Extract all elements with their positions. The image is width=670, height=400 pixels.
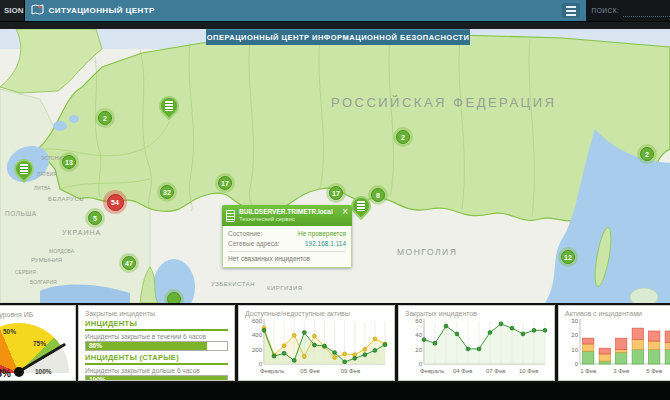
svg-text:600: 600 <box>252 318 263 324</box>
search-input[interactable] <box>623 5 670 17</box>
svg-text:05 Фев: 05 Фев <box>300 368 319 374</box>
incident-cluster-marker[interactable]: 17 <box>326 183 346 203</box>
gauge-tick-label: 50% <box>3 328 16 335</box>
server-icon <box>165 101 173 111</box>
svg-text:60: 60 <box>415 318 422 324</box>
svg-text:3 Фев: 3 Фев <box>613 368 629 374</box>
country-label: БЕЛАРУСЬ <box>48 196 84 202</box>
panel-available-assets: Доступные/недоступные активы 0200400600Ф… <box>238 305 395 381</box>
close-icon[interactable]: × <box>342 207 348 217</box>
server-icon <box>20 164 28 174</box>
incident-cluster-marker[interactable]: 2 <box>637 144 657 164</box>
asset-pin[interactable] <box>159 96 179 116</box>
state-value: Не проверяется <box>298 229 346 239</box>
svg-text:07 Фев: 07 Фев <box>486 368 505 374</box>
incident-cluster-marker[interactable]: 5 <box>85 208 105 228</box>
country-label: ЛАТВИЯ <box>37 171 57 177</box>
toolbar-strip <box>0 21 670 29</box>
country-label: КИРГИЗИЯ <box>267 285 303 291</box>
svg-text:10: 10 <box>571 347 578 353</box>
panel-security-level: Оценка уровня ИБ 50%75%100% 83% <box>0 305 76 381</box>
search-area: ПОИСК: <box>586 0 670 21</box>
svg-text:20: 20 <box>571 332 578 338</box>
country-label: УКРАИНА <box>62 229 101 236</box>
country-label: ЛИТВА <box>34 185 50 191</box>
svg-text:20: 20 <box>415 347 422 353</box>
country-label: РОССИЙСКАЯ ФЕДЕРАЦИЯ <box>331 95 556 110</box>
panel-closed-incidents-chart: Закрытых инцидентов 0204060Февраль04 Фев… <box>398 305 555 381</box>
state-label: Состояние: <box>228 229 262 239</box>
panel-assets-with-incidents: Активов с инцидентами 01020301 Фев3 Фев5… <box>558 305 670 381</box>
asset-name: BUILDSERVER.TRIMETR.local <box>239 208 333 216</box>
map[interactable]: ОПЕРАЦИОННЫЙ ЦЕНТР ИНФОРМАЦИОННОЙ БЕЗОПА… <box>0 29 670 303</box>
panel-title: Доступные/недоступные активы <box>245 310 388 317</box>
gauge-tick-label: 75% <box>33 340 46 347</box>
incident-cluster-marker[interactable] <box>164 289 184 303</box>
address-label: Сетевые адреса: <box>228 239 279 249</box>
incident-cluster-marker[interactable]: 2 <box>95 108 115 128</box>
panel-closed-incidents: Закрытые инциденты ИНЦИДЕНТЫ Инциденты з… <box>78 305 235 381</box>
address-value[interactable]: 192.168.1.114 <box>305 239 346 249</box>
situation-center-app: SION СИТУАЦИОННЫЙ ЦЕНТР ПОИСК: <box>0 0 670 400</box>
linked-incidents-text: Нет связанных инцидентов <box>228 254 346 263</box>
svg-text:Февраль: Февраль <box>260 368 284 374</box>
svg-text:0: 0 <box>259 361 263 367</box>
top-bar: SION СИТУАЦИОННЫЙ ЦЕНТР ПОИСК: <box>0 0 670 21</box>
asset-pin[interactable] <box>351 196 371 216</box>
progress-bar: 86% <box>85 341 228 351</box>
bottom-bar <box>0 383 670 400</box>
incidents-heading: ИНЦИДЕНТЫ <box>85 319 228 331</box>
country-label: МОЛДОВА <box>49 248 74 254</box>
svg-text:0: 0 <box>419 361 423 367</box>
asset-popup-header: BUILDSERVER.TRIMETR.local Технический се… <box>222 205 352 226</box>
incident-cluster-marker[interactable]: 54 <box>103 190 127 214</box>
country-label: МОНГОЛИЯ <box>397 247 457 257</box>
closed-incidents-chart: 0204060Февраль04 Фев07 Фев10 Фев <box>405 317 550 375</box>
incident-cluster-marker[interactable]: 32 <box>157 182 177 202</box>
progress-fill-1: 86% <box>86 342 207 350</box>
panel-title: Закрытые инциденты <box>85 310 228 317</box>
svg-text:0: 0 <box>575 361 579 367</box>
assets-incidents-bar-chart: 01020301 Фев3 Фев5 Фев <box>565 317 670 375</box>
svg-text:40: 40 <box>415 332 422 338</box>
server-icon <box>226 210 235 222</box>
asset-pin[interactable] <box>14 159 34 179</box>
tab-vision[interactable]: SION <box>0 0 25 21</box>
country-label: БОЛГАРИЯ <box>30 279 57 285</box>
asset-popup: BUILDSERVER.TRIMETR.local Технический се… <box>222 205 352 268</box>
incidents-old-caption: Инциденты закрытые дольше 6 часов <box>85 367 228 374</box>
panel-title: Оценка уровня ИБ <box>0 311 33 318</box>
gauge-pivot <box>14 367 24 377</box>
gauge-value: 83% <box>0 368 11 379</box>
incident-cluster-marker[interactable]: 13 <box>59 152 79 172</box>
svg-text:09 Фев: 09 Фев <box>341 368 360 374</box>
map-icon <box>31 4 44 17</box>
incident-cluster-marker[interactable]: 17 <box>215 173 235 193</box>
svg-text:1 Фев: 1 Фев <box>580 368 596 374</box>
country-label: ПОЛЬША <box>5 210 36 217</box>
ops-center-banner: ОПЕРАЦИОННЫЙ ЦЕНТР ИНФОРМАЦИОННОЙ БЕЗОПА… <box>206 29 470 45</box>
svg-text:400: 400 <box>252 332 263 338</box>
incident-cluster-marker[interactable]: 8 <box>368 185 388 205</box>
menu-icon[interactable] <box>562 3 580 18</box>
svg-text:5 Фев: 5 Фев <box>646 368 662 374</box>
panel-title: Закрытых инцидентов <box>405 310 548 317</box>
server-icon <box>357 201 365 211</box>
progress-bar: 100% <box>85 375 228 381</box>
incidents-old-heading: ИНЦИДЕНТЫ (СТАРЫЕ) <box>85 353 228 365</box>
svg-text:10 Фев: 10 Фев <box>519 368 538 374</box>
incident-cluster-marker[interactable]: 47 <box>119 253 139 273</box>
gauge-tick-label: 100% <box>35 368 52 375</box>
panel-title: Активов с инцидентами <box>565 310 670 317</box>
progress-fill-2: 100% <box>86 376 227 381</box>
country-label: РУМЫНИЯ <box>31 257 62 263</box>
svg-text:04 Фев: 04 Фев <box>453 368 472 374</box>
incident-cluster-marker[interactable]: 12 <box>558 247 578 267</box>
svg-text:200: 200 <box>252 347 263 353</box>
asset-type: Технический сервис <box>239 216 333 223</box>
country-label: СЕРБИЯ <box>15 269 36 275</box>
tab-label: СИТУАЦИОННЫЙ ЦЕНТР <box>49 6 155 15</box>
tab-situation-center[interactable]: СИТУАЦИОННЫЙ ЦЕНТР <box>25 0 586 21</box>
dashboard-panels: Оценка уровня ИБ 50%75%100% 83% Закрытые… <box>0 303 670 383</box>
incident-cluster-marker[interactable]: 2 <box>393 127 413 147</box>
